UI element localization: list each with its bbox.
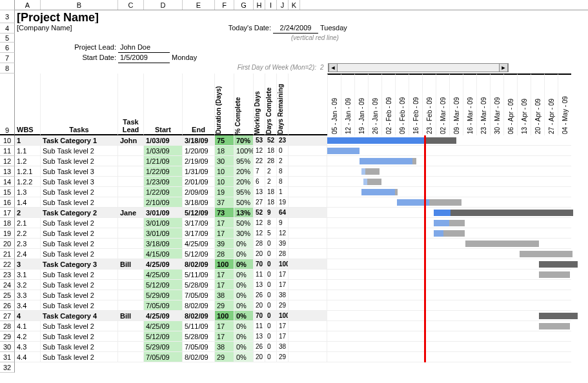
lead-cell[interactable]: Bill [118, 259, 144, 270]
remaining-cell[interactable]: 17 [277, 270, 289, 280]
scroll-left-icon[interactable]: ◄ [329, 63, 338, 72]
remaining-cell[interactable]: 12 [277, 228, 289, 239]
working-cell[interactable]: 7 [254, 166, 265, 177]
row-header[interactable]: 15 [0, 187, 15, 197]
col-duration[interactable]: Duration (Days) [215, 74, 222, 135]
remaining-cell[interactable]: 17 [277, 331, 289, 342]
duration-cell[interactable]: 73 [215, 208, 234, 218]
wbs-cell[interactable]: 2 [15, 208, 41, 218]
row-header[interactable]: 6 [0, 43, 15, 53]
start-cell[interactable]: 2/10/09 [144, 197, 183, 208]
table-row[interactable]: 141.2.2Sub Task level 31/23/092/01/09102… [0, 177, 588, 187]
lead-cell[interactable] [118, 331, 144, 342]
lead-cell[interactable]: John [118, 135, 144, 146]
duration-cell[interactable]: 29 [215, 300, 234, 311]
gantt-date-header[interactable]: 27 - Apr - 09 [544, 74, 558, 135]
end-cell[interactable]: 8/02/09 [183, 311, 215, 321]
table-row[interactable]: 223Task Category 3Bill4/25/098/02/091000… [0, 259, 588, 270]
complete-cell[interactable]: 0 [265, 300, 277, 311]
table-row[interactable]: 111.1Sub Task level 21/03/091/20/0918100… [0, 146, 588, 156]
col-letter[interactable]: A [15, 0, 41, 10]
task-cell[interactable]: Sub Task level 2 [41, 270, 118, 280]
wbs-cell[interactable]: 3.2 [15, 280, 41, 290]
end-cell[interactable]: 5/11/09 [183, 270, 215, 280]
complete-cell[interactable]: 0 [265, 270, 277, 280]
end-cell[interactable]: 8/02/09 [183, 259, 215, 270]
working-cell[interactable]: 53 [254, 135, 265, 146]
start-cell[interactable]: 3/18/09 [144, 239, 183, 249]
row-header[interactable]: 17 [0, 208, 15, 218]
remaining-cell[interactable]: 39 [277, 239, 289, 249]
end-cell[interactable]: 3/18/09 [183, 197, 215, 208]
col-letter[interactable]: F [215, 0, 234, 10]
pct-cell[interactable]: 0% [234, 249, 254, 259]
complete-cell[interactable]: 0 [265, 290, 277, 300]
col-letter[interactable]: G [234, 0, 254, 10]
task-cell[interactable]: Sub Task level 2 [41, 342, 118, 352]
start-cell[interactable]: 5/29/09 [144, 342, 183, 352]
table-row[interactable]: 253.3Sub Task level 25/29/097/05/09380%2… [0, 290, 588, 300]
remaining-cell[interactable]: 38 [277, 290, 289, 300]
complete-cell[interactable]: 0 [265, 311, 277, 321]
pct-cell[interactable]: 50% [234, 218, 254, 228]
pct-cell[interactable]: 0% [234, 280, 254, 290]
complete-cell[interactable]: 18 [265, 197, 277, 208]
col-letter[interactable]: K [289, 0, 300, 10]
remaining-cell[interactable]: 29 [277, 352, 289, 362]
table-row[interactable]: 172Task Category 2Jane3/01/095/12/097313… [0, 208, 588, 218]
remaining-cell[interactable]: 9 [277, 218, 289, 228]
duration-cell[interactable]: 28 [215, 249, 234, 259]
row-header[interactable]: 12 [0, 156, 15, 166]
complete-cell[interactable]: 9 [265, 208, 277, 218]
end-cell[interactable]: 3/17/09 [183, 228, 215, 239]
row-header[interactable]: 19 [0, 228, 15, 239]
end-cell[interactable]: 4/25/09 [183, 239, 215, 249]
start-cell[interactable]: 5/29/09 [144, 290, 183, 300]
lead-cell[interactable] [118, 187, 144, 197]
end-cell[interactable]: 5/11/09 [183, 321, 215, 331]
pct-cell[interactable]: 50% [234, 197, 254, 208]
pct-cell[interactable]: 0% [234, 259, 254, 270]
complete-cell[interactable]: 2 [265, 166, 277, 177]
end-cell[interactable]: 7/05/09 [183, 290, 215, 300]
company-name[interactable]: [Company Name] [15, 23, 208, 34]
scroll-right-icon[interactable]: ► [499, 63, 508, 72]
lead-cell[interactable] [118, 218, 144, 228]
complete-cell[interactable]: 0 [265, 249, 277, 259]
start-cell[interactable]: 4/25/09 [144, 259, 183, 270]
duration-cell[interactable]: 17 [215, 331, 234, 342]
complete-cell[interactable]: 8 [265, 218, 277, 228]
gantt-date-header[interactable]: 13 - Apr - 09 [517, 74, 531, 135]
lead-cell[interactable] [118, 290, 144, 300]
start-cell[interactable]: 1/23/09 [144, 177, 183, 187]
task-cell[interactable]: Sub Task level 3 [41, 177, 118, 187]
lead-cell[interactable] [118, 321, 144, 331]
remaining-cell[interactable]: 8 [277, 177, 289, 187]
row-header[interactable]: 23 [0, 270, 15, 280]
lead-cell[interactable] [118, 270, 144, 280]
gantt-date-header[interactable]: 30 - Mar - 09 [490, 74, 503, 135]
end-cell[interactable]: 7/05/09 [183, 342, 215, 352]
gantt-date-header[interactable]: 16 - Mar - 09 [463, 74, 476, 135]
end-cell[interactable]: 5/12/09 [183, 208, 215, 218]
duration-cell[interactable]: 100 [215, 259, 234, 270]
table-row[interactable]: 212.4Sub Task level 24/15/095/12/09280%2… [0, 249, 588, 259]
working-cell[interactable]: 28 [254, 239, 265, 249]
gantt-date-header[interactable]: 23 - Feb - 09 [422, 74, 436, 135]
end-cell[interactable]: 8/02/09 [183, 300, 215, 311]
complete-cell[interactable]: 5 [265, 228, 277, 239]
duration-cell[interactable]: 17 [215, 218, 234, 228]
duration-cell[interactable]: 100 [215, 311, 234, 321]
remaining-cell[interactable]: 8 [277, 166, 289, 177]
corner-cell[interactable] [0, 0, 15, 10]
working-cell[interactable]: 70 [254, 311, 265, 321]
remaining-cell[interactable]: 2 [277, 156, 289, 166]
lead-cell[interactable] [118, 197, 144, 208]
row-header[interactable]: 4 [0, 23, 15, 34]
row-header[interactable]: 24 [0, 280, 15, 290]
row-header[interactable]: 29 [0, 331, 15, 342]
row-header[interactable]: 9 [0, 74, 15, 135]
wbs-cell[interactable]: 3 [15, 259, 41, 270]
lead-cell[interactable] [118, 352, 144, 362]
end-cell[interactable]: 8/02/09 [183, 352, 215, 362]
